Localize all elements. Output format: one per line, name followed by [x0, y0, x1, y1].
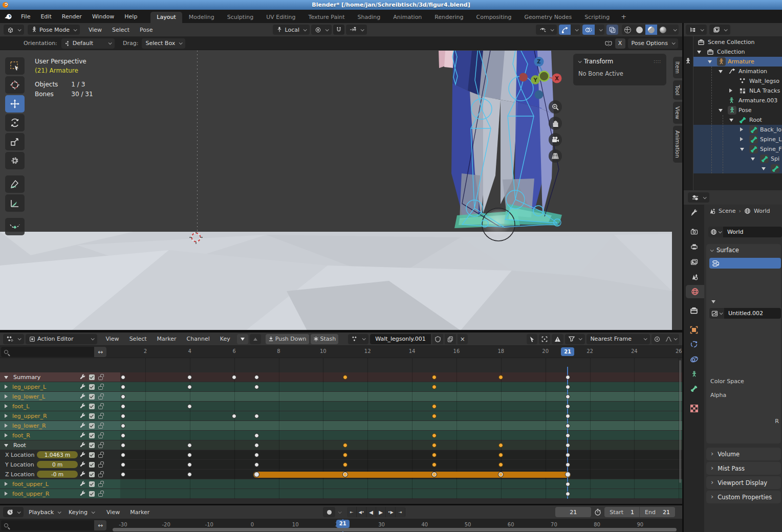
- texture-properties-tab[interactable]: [684, 402, 704, 415]
- keyframe[interactable]: [431, 472, 437, 477]
- camera-view-button[interactable]: [549, 133, 562, 146]
- collapsed-panel-mist-pass[interactable]: ›Mist Pass: [706, 462, 781, 475]
- current-frame-badge[interactable]: 21: [561, 347, 574, 356]
- timeline-menu-keying[interactable]: Keying: [65, 507, 98, 517]
- keyframe[interactable]: [432, 462, 437, 467]
- keyframe[interactable]: [432, 385, 437, 389]
- keyframe[interactable]: [566, 375, 570, 380]
- channel-lane[interactable]: [120, 489, 682, 498]
- action-name-field[interactable]: Walt_legsonly.001: [370, 334, 431, 344]
- channel-value-slider[interactable]: 1.0463 m: [37, 451, 78, 458]
- outliner-row-spine-f[interactable]: Spine_F: [693, 144, 782, 154]
- default-orientation-selector[interactable]: Default: [61, 38, 115, 49]
- channel-header[interactable]: Root: [0, 440, 120, 450]
- menu-render[interactable]: Render: [57, 13, 87, 20]
- channel-label[interactable]: leg_upper_L: [12, 384, 46, 390]
- channel-label[interactable]: foot_R: [12, 432, 30, 439]
- pose-mirror-icon[interactable]: [604, 40, 613, 47]
- show-gizmo-toggle[interactable]: [559, 25, 571, 35]
- expand-search-icon[interactable]: ↔: [94, 347, 106, 357]
- editor-type-selector[interactable]: [688, 192, 709, 203]
- channel-header[interactable]: foot_upper_R: [0, 489, 120, 498]
- move-channel-down-button[interactable]: [237, 334, 248, 344]
- expand-arrow-icon[interactable]: [5, 492, 8, 496]
- keyframe[interactable]: [254, 414, 259, 418]
- sidebar-tab-animation[interactable]: Animation: [673, 126, 682, 163]
- sidebar-tab-tool[interactable]: Tool: [673, 80, 682, 100]
- keyframe[interactable]: [432, 375, 437, 380]
- browse-action-selector[interactable]: [348, 334, 368, 344]
- keyframe[interactable]: [121, 472, 125, 477]
- outliner-label[interactable]: Pose: [738, 107, 751, 114]
- timeline-menu-view[interactable]: View: [101, 509, 125, 516]
- keyframe[interactable]: [566, 385, 570, 389]
- expand-search-icon[interactable]: ↔: [94, 520, 106, 530]
- keyframe[interactable]: [566, 482, 570, 486]
- sidebar-tab-item[interactable]: Item: [673, 57, 682, 78]
- pose-options-selector[interactable]: Pose Options: [628, 38, 678, 49]
- channel-row-foot-l[interactable]: foot_L: [0, 402, 682, 411]
- channel-label[interactable]: leg_lower_R: [12, 423, 46, 429]
- viewport-canvas[interactable]: User Perspective (21) Armature Objects1 …: [0, 51, 682, 330]
- zoom-button[interactable]: [549, 100, 562, 114]
- object-data-properties-tab[interactable]: [684, 367, 704, 381]
- outliner-filter-selector[interactable]: [709, 25, 730, 35]
- breadcrumb-scene[interactable]: Scene: [719, 208, 736, 214]
- dope-sheet-body[interactable]: ↔ 2468101214161820222426Summaryleg_upper…: [0, 346, 682, 504]
- channel-header[interactable]: foot_R: [0, 431, 120, 440]
- channel-label[interactable]: Y Location: [5, 461, 34, 468]
- pivot-point-selector[interactable]: [311, 25, 332, 35]
- snap-settings-selector[interactable]: [346, 25, 367, 35]
- channel-row-summary[interactable]: Summary: [0, 372, 682, 382]
- expand-arrow-icon[interactable]: [729, 88, 732, 93]
- properties-editor[interactable]: Scene › World World Surface Untitled.002…: [684, 190, 782, 532]
- timeline-editor[interactable]: PlaybackKeying ViewMarker ⇤ ◀• ◀ ▶ •▶ ⇥ …: [0, 505, 682, 532]
- channel-row-leg-lower-r[interactable]: leg_lower_R: [0, 421, 682, 431]
- channel-row-foot-upper-r[interactable]: foot_upper_R: [0, 489, 682, 499]
- keyframe[interactable]: [566, 453, 570, 457]
- play-button[interactable]: ▶: [376, 507, 386, 517]
- outliner-label[interactable]: Scene Collection: [708, 39, 754, 46]
- modifier-wrench-icon[interactable]: [79, 461, 85, 468]
- collapsed-panel-volume[interactable]: ›Volume: [706, 448, 781, 460]
- chevron-down-icon[interactable]: [338, 510, 342, 514]
- move-tool[interactable]: [5, 95, 25, 113]
- clear-pose-options-button[interactable]: X: [615, 38, 625, 49]
- expand-arrow-icon[interactable]: [740, 127, 743, 131]
- channel-label[interactable]: Summary: [13, 374, 40, 381]
- expand-arrow-icon[interactable]: [740, 137, 743, 141]
- measure-tool[interactable]: [5, 194, 25, 212]
- object-visibility-selector[interactable]: [536, 25, 557, 35]
- material-preview-button[interactable]: [645, 25, 657, 35]
- image-name-field[interactable]: Untitled.002: [724, 308, 781, 319]
- timeline-search-field[interactable]: ↔: [1, 520, 106, 530]
- keyframe[interactable]: [432, 443, 437, 448]
- constraints-properties-tab[interactable]: [684, 338, 704, 351]
- channel-lane[interactable]: [120, 450, 682, 459]
- keyframe[interactable]: [566, 404, 570, 409]
- previous-keyframe-button[interactable]: ◀•: [357, 507, 366, 517]
- channel-header[interactable]: leg_upper_R: [0, 411, 120, 420]
- keyframe[interactable]: [254, 375, 259, 380]
- channel-enable-checkbox[interactable]: [89, 394, 95, 400]
- fake-user-shield-button[interactable]: [432, 334, 443, 344]
- expand-arrow-icon[interactable]: [697, 51, 701, 54]
- unlock-icon[interactable]: [98, 454, 103, 458]
- channel-enable-checkbox[interactable]: [89, 423, 95, 429]
- menu-file[interactable]: File: [16, 13, 35, 20]
- keyframe[interactable]: [254, 385, 259, 389]
- modifier-wrench-icon[interactable]: [79, 481, 85, 487]
- expand-arrow-icon[interactable]: [5, 385, 8, 389]
- outliner-row-spi[interactable]: Spi: [693, 154, 782, 164]
- root-bone-shape[interactable]: [482, 208, 515, 241]
- keyframe[interactable]: [121, 443, 125, 448]
- interpolation-hold-band[interactable]: [253, 472, 571, 478]
- keyframe[interactable]: [566, 424, 570, 428]
- timeline-current-frame-badge[interactable]: 21: [336, 520, 350, 528]
- unlock-icon[interactable]: [98, 445, 103, 448]
- viewport-menu-pose[interactable]: Pose: [135, 27, 158, 33]
- mode-selector[interactable]: Pose Mode: [28, 25, 80, 35]
- keyframe[interactable]: [566, 414, 570, 418]
- channel-enable-checkbox[interactable]: [89, 452, 95, 458]
- channel-label[interactable]: leg_lower_L: [12, 393, 45, 400]
